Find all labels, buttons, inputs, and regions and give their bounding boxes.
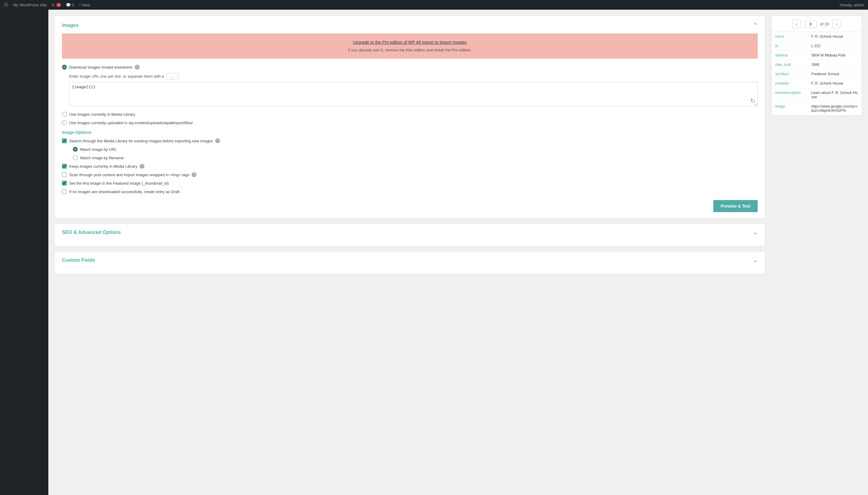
table-row: date_built 1886: [771, 60, 862, 69]
adminbar-comments[interactable]: 💬 0: [66, 3, 74, 7]
adminbar-updates[interactable]: ↻ 3: [52, 3, 61, 7]
scan-post-row: Scan through post content and import ima…: [62, 172, 758, 177]
uploaded-radio[interactable]: [62, 120, 67, 125]
preview-card: ‹ of 19 › name F. R. Schock House id L-2…: [771, 16, 862, 116]
custom-fields-section-header: Custom Fields ⌄: [62, 257, 758, 263]
preview-data-table: name F. R. Schock House id L-222 address…: [771, 32, 862, 116]
set-featured-row: Set the first image to the Featured Imag…: [62, 181, 758, 186]
adminbar-howdy: Howdy, admin: [840, 3, 864, 7]
comments-count: 0: [72, 3, 74, 7]
table-cell-value: F. R. Schock House: [807, 32, 862, 41]
table-cell-value: Frederick Schock: [807, 69, 862, 79]
custom-fields-card: Custom Fields ⌄: [54, 251, 765, 274]
table-row: id L-222: [771, 41, 862, 51]
images-section-header: Images ⌃: [62, 22, 758, 29]
no-images-draft-label: If no images are downloaded successfully…: [69, 189, 181, 194]
table-row: metatitle F. R. Schock House: [771, 79, 862, 88]
table-cell-value: 5804 W Midway Park: [807, 51, 862, 60]
match-options: Match image by URL Match image by filena…: [73, 147, 758, 160]
media-library-label: Use images currently in Media Library: [69, 112, 135, 117]
updates-count: 3: [56, 3, 61, 7]
prev-page-button[interactable]: ‹: [793, 20, 801, 28]
match-url-label: Match image by URL: [80, 147, 117, 152]
table-cell-value: F. R. Schock House: [807, 79, 862, 88]
keep-images-label: Keep images currently in Media Library: [69, 164, 137, 169]
upgrade-banner: Upgrade to the Pro edition of WP All Imp…: [62, 34, 758, 58]
keep-images-row: Keep images currently in Media Library ?: [62, 164, 758, 169]
right-panel: ‹ of 19 › name F. R. Schock House id L-2…: [771, 16, 862, 489]
media-library-radio[interactable]: [62, 112, 67, 117]
url-textarea[interactable]: {image[1]}: [69, 82, 758, 106]
separator-text: Enter image URL one per line, or separat…: [69, 74, 164, 79]
match-filename-radio[interactable]: [73, 155, 78, 160]
preview-nav: ‹ of 19 ›: [771, 16, 862, 32]
separator-row: Enter image URL one per line, or separat…: [69, 73, 758, 80]
admin-bar: ☉ My WordPress Site ↻ 3 💬 0 + New Howdy,…: [0, 0, 868, 10]
table-cell-key: architect: [771, 69, 807, 79]
search-media-help-icon[interactable]: ?: [215, 138, 220, 143]
custom-fields-collapse-icon[interactable]: ⌄: [753, 257, 758, 263]
preview-test-button[interactable]: Preview & Test: [713, 200, 758, 212]
download-help-icon[interactable]: ?: [135, 65, 140, 69]
seo-card: SEO & Advanced Options ⌄: [54, 223, 765, 246]
search-media-label: Search through the Media Library for exi…: [69, 139, 213, 143]
table-row: image https://www.google.com/sa=i&url=ht…: [771, 102, 862, 116]
center-panel: Images ⌃ Upgrade to the Pro edition of W…: [54, 16, 765, 489]
keep-images-checkbox[interactable]: [62, 164, 67, 169]
page-number-input[interactable]: [804, 20, 817, 28]
set-featured-checkbox[interactable]: [62, 181, 67, 186]
table-row: architect Frederick Schock: [771, 69, 862, 79]
wp-logo-icon: ☉: [4, 1, 8, 8]
set-featured-label: Set the first image to the Featured Imag…: [69, 181, 169, 186]
url-textarea-wrap: {image[1]} ↻: [69, 82, 758, 107]
seo-title: SEO & Advanced Options: [62, 230, 121, 235]
match-filename-row: Match image by filename: [73, 155, 758, 160]
download-radio[interactable]: [62, 65, 67, 69]
table-row: address 5804 W Midway Park: [771, 51, 862, 60]
images-collapse-icon[interactable]: ⌃: [753, 22, 758, 29]
download-label: Download images hosted elsewhere: [69, 65, 132, 69]
table-cell-value: Learn about F. R. Schock House: [807, 88, 862, 102]
keep-images-help-icon[interactable]: ?: [140, 164, 144, 169]
uploaded-option-row: Use images currently uploaded in wp-cont…: [62, 120, 758, 125]
main-content: Images ⌃ Upgrade to the Pro edition of W…: [48, 10, 868, 495]
table-cell-key: metadescription: [771, 88, 807, 102]
image-options-title: Image Options: [62, 130, 758, 135]
match-url-radio[interactable]: [73, 147, 78, 152]
custom-fields-title: Custom Fields: [62, 257, 95, 263]
no-images-draft-row: If no images are downloaded successfully…: [62, 189, 758, 194]
table-cell-key: date_built: [771, 60, 807, 69]
scan-post-help-icon[interactable]: ?: [192, 172, 197, 177]
table-cell-key: id: [771, 41, 807, 51]
table-cell-key: address: [771, 51, 807, 60]
scan-post-checkbox[interactable]: [62, 172, 67, 177]
upgrade-body: If you already own it, remove the free e…: [68, 48, 751, 52]
separator-input[interactable]: [167, 73, 178, 80]
sidebar: [0, 10, 48, 495]
table-cell-value: L-222: [807, 41, 862, 51]
no-images-draft-checkbox[interactable]: [62, 189, 67, 194]
refresh-icon-btn[interactable]: ↻: [750, 97, 755, 105]
seo-collapse-icon[interactable]: ⌄: [753, 229, 758, 236]
adminbar-site-name[interactable]: My WordPress Site: [13, 3, 47, 7]
images-card: Images ⌃ Upgrade to the Pro edition of W…: [54, 16, 765, 219]
images-title: Images: [62, 23, 79, 28]
total-pages: of 19: [820, 22, 829, 26]
table-cell-key: image: [771, 102, 807, 116]
seo-section-header: SEO & Advanced Options ⌄: [62, 229, 758, 236]
uploaded-label: Use images currently uploaded in wp-cont…: [69, 121, 193, 125]
table-row: name F. R. Schock House: [771, 32, 862, 41]
next-page-button[interactable]: ›: [832, 20, 841, 28]
table-cell-value: https://www.google.com/sa=i&url=https%3A…: [807, 102, 862, 116]
search-media-row: Search through the Media Library for exi…: [62, 138, 758, 143]
table-cell-key: name: [771, 32, 807, 41]
table-cell-key: metatitle: [771, 79, 807, 88]
table-row: metadescription Learn about F. R. Schock…: [771, 88, 862, 102]
upgrade-link[interactable]: Upgrade to the Pro edition of WP All Imp…: [353, 40, 467, 45]
match-url-row: Match image by URL: [73, 147, 758, 152]
download-option-row: Download images hosted elsewhere ?: [62, 65, 758, 69]
page-wrap: Images ⌃ Upgrade to the Pro edition of W…: [0, 10, 868, 495]
scan-post-label: Scan through post content and import ima…: [69, 173, 189, 177]
search-media-checkbox[interactable]: [62, 138, 67, 143]
adminbar-new[interactable]: + New: [79, 3, 90, 7]
